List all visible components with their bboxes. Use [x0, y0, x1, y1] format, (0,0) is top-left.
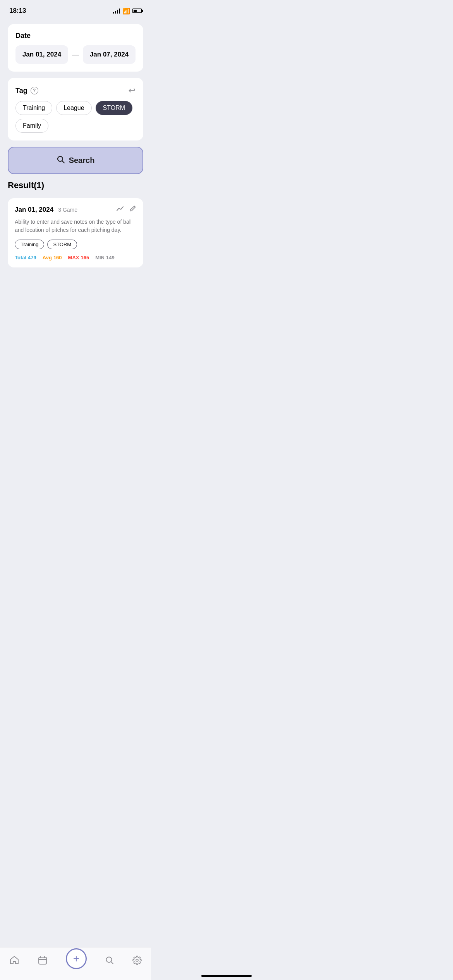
search-button[interactable]: Search	[8, 147, 143, 174]
result-game-count: 3 Game	[58, 207, 77, 213]
result-stats: Total 479 Avg 160 MAX 165 MIN 149	[15, 255, 136, 260]
wifi-icon: 📶	[122, 7, 130, 15]
status-bar: 18:13 📶	[0, 0, 151, 19]
tag-card: Tag ? ↪ Training League STORM Family	[8, 78, 143, 140]
battery-icon	[132, 9, 142, 13]
date-card: Date Jan 01, 2024 — Jan 07, 2024	[8, 24, 143, 72]
stat-max-label: MAX	[68, 255, 79, 260]
stat-avg-value: 160	[53, 255, 62, 260]
tag-chip-training[interactable]: Training	[15, 101, 52, 115]
date-row: Jan 01, 2024 — Jan 07, 2024	[15, 45, 136, 64]
link-icon[interactable]: ↪	[129, 86, 136, 96]
chart-icon[interactable]	[116, 205, 124, 214]
tag-chip-league[interactable]: League	[56, 101, 91, 115]
stat-min-value: 149	[106, 255, 115, 260]
result-card: Jan 01, 2024 3 Game Ability to enter and…	[8, 198, 143, 267]
result-card-header: Jan 01, 2024 3 Game	[15, 205, 136, 214]
result-tag-training: Training	[15, 240, 44, 249]
stat-total-label: Total	[15, 255, 26, 260]
main-content: Date Jan 01, 2024 — Jan 07, 2024 Tag ? ↪…	[0, 19, 151, 272]
stat-min: MIN 149	[95, 255, 115, 260]
result-description: Ability to enter and save notes on the t…	[15, 218, 136, 234]
tag-chip-storm[interactable]: STORM	[96, 101, 132, 115]
date-dash: —	[72, 51, 79, 59]
edit-icon[interactable]	[129, 205, 136, 214]
svg-line-1	[62, 161, 64, 163]
start-date-input[interactable]: Jan 01, 2024	[15, 45, 68, 64]
tag-header: Tag ? ↪	[15, 86, 136, 96]
tag-chip-family[interactable]: Family	[15, 119, 48, 133]
status-time: 18:13	[9, 7, 26, 15]
result-tags: Training STORM	[15, 240, 136, 249]
result-tag-storm: STORM	[47, 240, 77, 249]
stat-avg-label: Avg	[43, 255, 52, 260]
search-icon	[57, 155, 65, 166]
result-header: Result(1)	[8, 180, 143, 190]
stat-min-label: MIN	[95, 255, 105, 260]
end-date-input[interactable]: Jan 07, 2024	[83, 45, 136, 64]
stat-avg: Avg 160	[43, 255, 62, 260]
help-icon[interactable]: ?	[31, 87, 38, 94]
status-icons: 📶	[113, 7, 142, 15]
stat-total: Total 479	[15, 255, 36, 260]
tag-label: Tag	[15, 87, 27, 95]
stat-max: MAX 165	[68, 255, 89, 260]
result-date-game: Jan 01, 2024 3 Game	[15, 206, 77, 214]
tag-label-group: Tag ?	[15, 87, 38, 95]
search-button-label: Search	[69, 156, 95, 165]
tag-chips: Training League STORM Family	[15, 101, 136, 133]
result-date: Jan 01, 2024	[15, 206, 53, 214]
result-actions	[116, 205, 136, 214]
stat-max-value: 165	[81, 255, 89, 260]
signal-icon	[113, 8, 120, 14]
date-label: Date	[15, 32, 136, 40]
stat-total-value: 479	[28, 255, 36, 260]
